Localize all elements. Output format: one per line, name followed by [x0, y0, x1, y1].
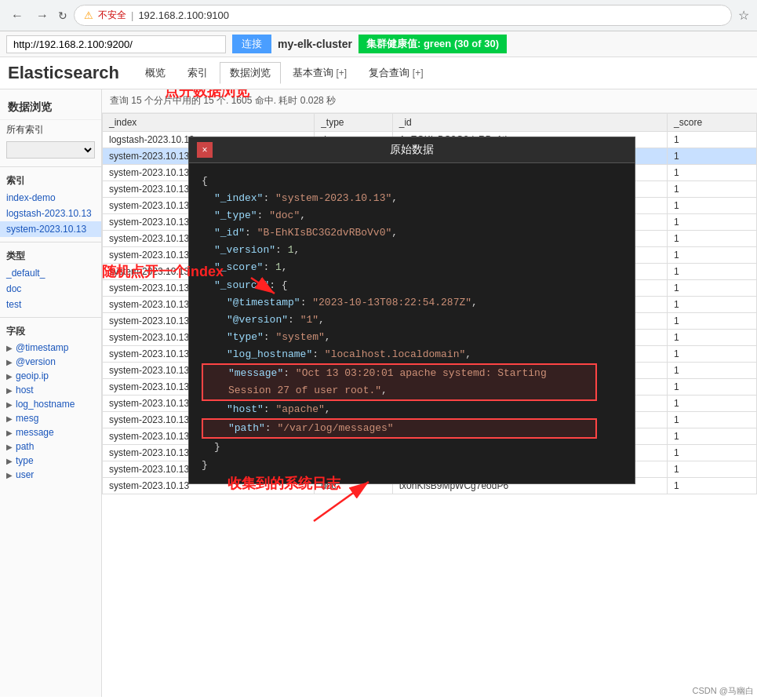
cell-score: 1	[668, 165, 757, 181]
sidebar-item-type-doc[interactable]: doc	[0, 281, 101, 297]
app-header: Elasticsearch 概览 索引 数据浏览 基本查询 [+] 复合查询 […	[0, 57, 757, 89]
raw-data-modal: × 原始数据 { "_index": "system-2023.10.13", …	[188, 137, 635, 484]
sidebar-item-system[interactable]: system-2023.10.13	[0, 221, 101, 237]
cell-score: 1	[668, 264, 757, 280]
bookmark-button[interactable]: ☆	[738, 8, 749, 23]
tab-data-browser[interactable]: 数据浏览	[220, 62, 281, 84]
cell-score: 1	[668, 132, 757, 148]
field-message[interactable]: ▶message	[0, 425, 101, 439]
type-section-label: 类型	[0, 247, 101, 265]
field-version[interactable]: ▶@version	[0, 355, 101, 369]
cell-score: 1	[668, 363, 757, 379]
arrow-icon: ▶	[6, 471, 13, 479]
arrow-icon: ▶	[6, 414, 13, 423]
field-timestamp[interactable]: ▶@timestamp	[0, 341, 101, 355]
url-input[interactable]	[6, 35, 226, 53]
back-button[interactable]: ←	[8, 7, 27, 24]
sidebar-item-type-default[interactable]: _default_	[0, 265, 101, 281]
cell-score: 1	[668, 247, 757, 264]
arrow-icon: ▶	[6, 344, 13, 352]
arrow-icon: ▶	[6, 386, 13, 395]
cell-score: 1	[668, 412, 757, 428]
cell-score: 1	[668, 214, 757, 231]
cell-score: 1	[668, 330, 757, 346]
content-area: 查询 15 个分片中用的 15 个. 1605 命中. 耗时 0.028 秒 _…	[102, 89, 757, 697]
forward-button[interactable]: →	[33, 7, 52, 24]
url-row: 连接 my-elk-cluster 集群健康值: green (30 of 30…	[0, 31, 757, 57]
sidebar: 数据浏览 所有索引 索引 index-demo logstash-2023.10…	[0, 89, 102, 697]
refresh-button[interactable]: ↻	[58, 9, 67, 22]
connect-button[interactable]: 连接	[232, 35, 271, 53]
separator: |	[131, 9, 133, 21]
tab-complex-query-extra: [+]	[413, 67, 424, 78]
address-bar: ⚠ 不安全 | 192.168.2.100:9100	[74, 5, 732, 26]
address-text: 192.168.2.100:9100	[138, 9, 722, 21]
nav-tabs: 概览 索引 数据浏览 基本查询 [+] 复合查询 [+]	[135, 62, 434, 84]
tab-complex-query[interactable]: 复合查询 [+]	[358, 62, 433, 84]
warning-icon: ⚠	[84, 9, 93, 21]
col-type: _type	[315, 114, 393, 132]
cell-score: 1	[668, 148, 757, 165]
modal-close-button[interactable]: ×	[197, 142, 213, 158]
not-secure-label: 不安全	[98, 9, 126, 22]
modal-body: { "_index": "system-2023.10.13", "_type"…	[189, 163, 635, 483]
col-id: _id	[392, 114, 667, 132]
app-title: Elasticsearch	[8, 63, 119, 83]
cell-score: 1	[668, 198, 757, 214]
cluster-name: my-elk-cluster	[278, 38, 352, 50]
modal-title: 原始数据	[390, 143, 434, 157]
cell-score: 1	[668, 445, 757, 461]
footer-watermark: CSDN @马幽白	[693, 685, 754, 697]
arrow-icon: ▶	[6, 457, 13, 465]
cell-score: 1	[668, 297, 757, 313]
arrow-icon: ▶	[6, 372, 13, 381]
browser-chrome: ← → ↻ ⚠ 不安全 | 192.168.2.100:9100 ☆	[0, 0, 757, 31]
cell-score: 1	[668, 181, 757, 198]
tab-basic-query-label: 基本查询	[293, 67, 333, 78]
tab-complex-query-label: 复合查询	[369, 67, 409, 78]
cell-score: 1	[668, 346, 757, 363]
cell-score: 1	[668, 231, 757, 247]
page-section-title: 数据浏览	[0, 96, 101, 120]
sidebar-item-type-test[interactable]: test	[0, 297, 101, 312]
field-geoip[interactable]: ▶geoip.ip	[0, 369, 101, 383]
cell-score: 1	[668, 396, 757, 412]
cell-score: 1	[668, 280, 757, 297]
field-path[interactable]: ▶path	[0, 439, 101, 454]
field-host[interactable]: ▶host	[0, 383, 101, 397]
health-badge: 集群健康值: green (30 of 30)	[358, 35, 507, 53]
cell-score: 1	[668, 478, 757, 494]
arrow-icon: ▶	[6, 358, 13, 366]
cell-score: 1	[668, 428, 757, 445]
arrow-icon: ▶	[6, 400, 13, 409]
tab-overview[interactable]: 概览	[135, 62, 176, 84]
field-mesg[interactable]: ▶mesg	[0, 411, 101, 425]
arrow-icon: ▶	[6, 443, 13, 451]
col-score: _score	[668, 114, 757, 132]
col-index: _index	[103, 114, 315, 132]
sidebar-item-index-demo[interactable]: index-demo	[0, 190, 101, 206]
field-log-hostname[interactable]: ▶log_hostname	[0, 397, 101, 411]
cell-score: 1	[668, 461, 757, 478]
cell-score: 1	[668, 313, 757, 330]
tab-basic-query-extra: [+]	[337, 67, 348, 78]
all-indices-label: 所有索引	[0, 120, 101, 138]
tab-basic-query[interactable]: 基本查询 [+]	[282, 62, 357, 84]
field-section-label: 字段	[0, 323, 101, 341]
indices-select[interactable]	[6, 141, 95, 159]
query-info: 查询 15 个分片中用的 15 个. 1605 命中. 耗时 0.028 秒	[102, 89, 757, 113]
sidebar-item-logstash[interactable]: logstash-2023.10.13	[0, 206, 101, 221]
cell-score: 1	[668, 379, 757, 396]
index-section-label: 索引	[0, 172, 101, 190]
arrow-icon: ▶	[6, 428, 13, 437]
field-user[interactable]: ▶user	[0, 468, 101, 482]
modal-header: × 原始数据	[189, 137, 635, 163]
tab-index[interactable]: 索引	[177, 62, 218, 84]
field-type[interactable]: ▶type	[0, 454, 101, 468]
